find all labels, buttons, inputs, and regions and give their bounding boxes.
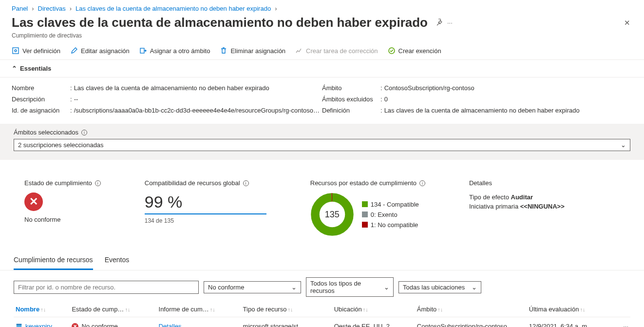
row-type: microsoft.storage/st… [241,317,332,327]
compliance-count: 134 de 135 [145,213,266,224]
edit-assignment-label: Editar asignación [81,47,130,55]
compliance-donut-card: Recursos por estado de cumplimiento i 13… [310,179,425,236]
compliance-state-value: No conforme [24,216,101,223]
selected-scopes-dropdown[interactable]: 2 suscripciones seleccionadas ⌄ [14,139,630,151]
col-report[interactable]: Informe de cum…↑↓ [157,302,241,317]
resource-filter-input[interactable] [14,281,199,294]
svg-point-1 [15,50,17,52]
sort-icon: ↑↓ [286,307,293,312]
noncompliant-icon: ✕ [24,192,43,211]
col-state[interactable]: Estado de cump…↑↓ [70,302,156,317]
selected-scopes-label: Ámbitos seleccionados [14,129,78,136]
col-name[interactable]: Nombre↑↓ [14,302,70,317]
state-filter-dropdown[interactable]: No conforme⌄ [204,281,301,293]
chevron-down-icon: ⌄ [291,284,297,291]
essentials-panel: Nombre : Las claves de la cuenta de alma… [0,77,644,124]
info-icon[interactable]: i [419,180,425,186]
info-icon[interactable]: i [243,180,249,186]
create-remediation-label: Crear tarea de corrección [306,47,378,55]
tab-events[interactable]: Eventos [105,251,130,270]
scope-value: ContosoSubscription/rg-contoso [384,84,632,92]
info-icon[interactable]: i [81,130,87,135]
noncompliant-badge-icon: ✕ [72,323,78,327]
resource-compliance-card: Compatibilidad de recursos global i 99 %… [145,179,266,224]
excluded-scopes-label: Ámbitos excluidos [322,96,380,103]
chevron-up-icon: ⌃ [12,65,17,72]
col-last-eval[interactable]: Última evaluación↑↓ [527,302,616,317]
sort-icon: ↑↓ [209,307,215,312]
definition-value: Las claves de la cuenta de almacenamient… [384,107,632,114]
chevron-down-icon: ⌄ [384,284,389,291]
donut-center-value: 135 [310,192,354,236]
chevron-right-icon: › [70,5,72,12]
description-label: Descripción [12,96,70,103]
table-row[interactable]: keyexpiry ✕ No conforme Detalles microso… [14,317,630,327]
delete-assignment-label: Eliminar asignación [230,47,285,55]
storage-icon [16,323,22,327]
location-filter-dropdown[interactable]: Todas las ubicaciones⌄ [398,281,481,293]
close-icon[interactable]: ✕ [622,17,632,29]
excluded-scopes-value: 0 [384,96,632,103]
sort-icon: ↑↓ [39,307,46,312]
results-grid: Nombre↑↓ Estado de cump…↑↓ Informe de cu… [0,302,644,327]
create-remediation-button: Crear tarea de corrección [295,47,378,55]
legend-swatch-noncompliant [362,222,368,228]
definition-label: Definición [322,107,380,114]
delete-assignment-button[interactable]: Eliminar asignación [220,47,285,55]
tabs: Cumplimiento de recursos Eventos [0,251,644,270]
legend-swatch-compliant [362,201,368,207]
row-details-link[interactable]: Detalles [159,323,182,327]
scope-filter-band: Ámbitos seleccionados i 2 suscripciones … [0,124,644,160]
effect-type-value: Auditar [511,193,533,201]
scope-label: Ámbito [322,84,380,92]
row-state: No conforme [81,323,117,327]
details-card: Detalles Tipo de efecto Auditar Iniciati… [469,179,565,211]
grid-filters: No conforme⌄ Todos los tipos de recursos… [0,270,644,302]
svg-rect-2 [140,48,144,53]
svg-rect-7 [17,324,22,326]
name-label: Nombre [12,84,70,92]
breadcrumb-directives[interactable]: Directivas [38,5,66,12]
info-icon[interactable]: i [95,180,101,186]
pin-icon[interactable] [434,16,445,29]
row-location: Oeste de EE. UU. 2 [332,317,415,327]
col-type[interactable]: Tipo de recurso↑↓ [241,302,332,317]
row-scope: ContosoSubscription/rg-contoso [415,317,527,327]
row-context-menu[interactable]: ··· [616,317,630,327]
sort-icon: ↑↓ [124,307,130,312]
name-value: Las claves de la cuenta de almacenamient… [74,84,322,92]
page-header: Las claves de la cuenta de almacenamient… [0,15,644,32]
col-scope[interactable]: Ámbito↑↓ [415,302,527,317]
breadcrumb-panel[interactable]: Panel [12,5,28,12]
description-value: -- [74,96,322,103]
assignment-id-label: Id. de asignación [12,107,70,114]
sort-icon: ↑↓ [362,307,368,312]
assign-scope-button[interactable]: Asignar a otro ámbito [139,47,210,55]
parent-initiative-label: Iniciativa primaria [469,203,518,210]
view-definition-button[interactable]: Ver definición [12,47,60,55]
parent-initiative-value: <<NINGUNA>> [520,203,565,210]
more-icon[interactable]: ··· [445,17,455,28]
sort-icon: ↑↓ [436,307,443,312]
breadcrumb: Panel › Directivas › Las claves de la cu… [0,0,644,15]
compliance-percent: 99 % [145,192,266,212]
essentials-toggle[interactable]: ⌃ Essentials [0,60,644,77]
compliance-state-card: Estado de cumplimiento i ✕ No conforme [24,179,101,223]
compliance-cards: Estado de cumplimiento i ✕ No conforme C… [0,160,644,251]
sort-icon: ↑↓ [579,307,585,312]
view-definition-label: Ver definición [22,47,60,55]
assign-scope-label: Asignar a otro ámbito [150,47,210,55]
edit-assignment-button[interactable]: Editar asignación [70,47,130,55]
col-location[interactable]: Ubicación↑↓ [332,302,415,317]
breadcrumb-current[interactable]: Las claves de la cuenta de almacenamient… [76,5,271,12]
type-filter-dropdown[interactable]: Todos los tipos de recursos⌄ [306,277,394,297]
chevron-down-icon: ⌄ [472,284,477,291]
svg-rect-0 [13,48,19,54]
page-subtitle: Cumplimiento de directivas [0,32,644,44]
tab-resource-compliance[interactable]: Cumplimiento de recursos [14,251,93,270]
command-bar: Ver definición Editar asignación Asignar… [0,44,644,60]
resource-link[interactable]: keyexpiry [16,323,68,327]
effect-type-label: Tipo de efecto [469,193,509,201]
assignment-id-value: /subscriptions/aaaa0a0a-bb1b-cc2c-dd3d-e… [74,107,322,114]
create-exemption-button[interactable]: Crear exención [388,47,441,55]
